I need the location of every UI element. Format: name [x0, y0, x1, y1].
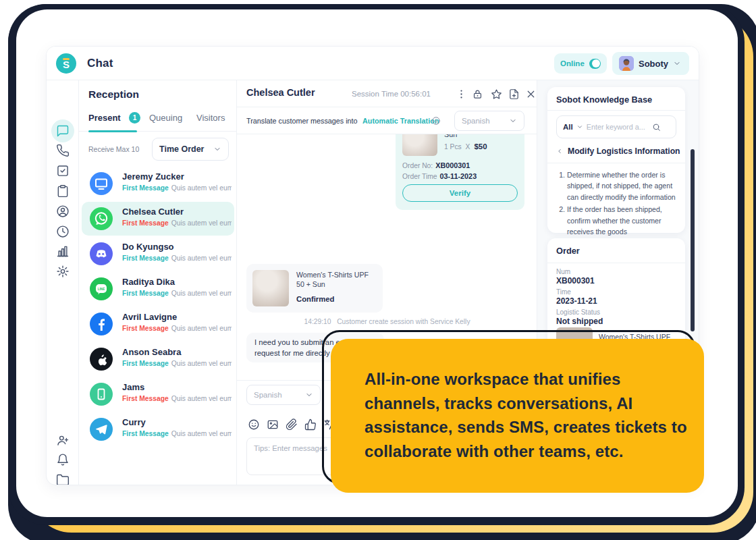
- invite-agent-nav-icon[interactable]: [56, 433, 70, 447]
- callout: All-in-one workspace that unifies channe…: [331, 339, 704, 493]
- tasks-nav-icon[interactable]: [56, 164, 70, 178]
- order-verification-card: Sun 1 Pcs X$50 Order No:XB000301 Order T…: [396, 134, 524, 210]
- sobot-logo-icon: S: [56, 53, 76, 74]
- message-preview: Quis autem vel eum iu...: [171, 219, 232, 227]
- kb-article-back[interactable]: Modify Logistics Information: [556, 146, 680, 156]
- composer-language-select[interactable]: Spanish: [246, 385, 321, 405]
- files-nav-icon[interactable]: [56, 473, 70, 485]
- phone-nav-icon[interactable]: [56, 144, 70, 157]
- sort-order-value: Time Order: [159, 144, 204, 154]
- contact-row-anson-seabra[interactable]: Anson Seabra First MessageQuis autem vel…: [82, 342, 234, 376]
- line-icon: LINE: [90, 277, 113, 300]
- callout-text: All-in-one workspace that unifies channe…: [364, 367, 687, 463]
- qty: 1 Pcs: [444, 143, 462, 151]
- online-toggle[interactable]: [589, 59, 601, 69]
- webchat-icon: [90, 172, 113, 195]
- system-time: 14:29:10: [304, 318, 331, 325]
- scrollbar[interactable]: [691, 149, 695, 331]
- create-ticket-icon[interactable]: [508, 88, 520, 100]
- avatar: [619, 56, 634, 71]
- message-preview: Quis autem vel eum iu...: [171, 325, 232, 332]
- star-icon[interactable]: [491, 88, 502, 100]
- contact-row-raditya-dika[interactable]: LINE Raditya Dika First MessageQuis aute…: [82, 272, 234, 306]
- kb-filter-select[interactable]: All: [563, 123, 573, 131]
- kb-article-steps: Determine whether the order is shipped, …: [558, 169, 678, 238]
- online-status-label: Online: [560, 59, 585, 68]
- close-icon[interactable]: [525, 88, 537, 100]
- message-preview: Quis autem vel eum iu...: [171, 395, 232, 402]
- info-icon[interactable]: [431, 116, 441, 126]
- nav-rail: [47, 80, 79, 485]
- product-message: Women's T-Shirts UPF 50 + Sun Confirmed: [246, 264, 383, 313]
- chevron-down-icon: [576, 124, 583, 130]
- divider: [547, 163, 685, 163]
- contact-name: Anson Seabra: [122, 347, 181, 357]
- first-message-tag: First Message: [122, 184, 169, 192]
- translate-bar: Translate customer messages into Automat…: [237, 107, 537, 134]
- page-title: Chat: [87, 57, 113, 70]
- translate-language-select[interactable]: Spanish: [454, 111, 524, 131]
- more-options-icon[interactable]: [456, 88, 467, 100]
- lock-icon[interactable]: [472, 88, 483, 100]
- telegram-icon: [90, 418, 113, 441]
- emoji-icon[interactable]: [248, 418, 260, 431]
- analytics-nav-icon[interactable]: [56, 244, 70, 258]
- order-num-label: Num: [556, 268, 570, 275]
- contact-row-chelsea-cutler[interactable]: Chelsea Cutler First MessageQuis autem v…: [82, 202, 234, 236]
- first-message-tag: First Message: [122, 430, 169, 437]
- reception-panel: Reception Present 1 Queuing Visitors Rec…: [79, 80, 237, 485]
- logistic-status-label: Logistic Status: [556, 308, 600, 316]
- facebook-icon: [90, 313, 113, 335]
- verify-button[interactable]: Verify: [402, 184, 518, 202]
- online-status-pill: Online: [554, 53, 607, 74]
- tab-queuing[interactable]: Queuing: [149, 113, 182, 123]
- translate-language-value: Spanish: [462, 117, 490, 125]
- image-icon[interactable]: [267, 418, 279, 431]
- contact-row-do-kyungso[interactable]: Do Kyungso First MessageQuis autem vel e…: [82, 237, 234, 271]
- contact-row-curry[interactable]: Curry First MessageQuis autem vel eum iu…: [82, 412, 234, 446]
- toggle-knob: [592, 59, 600, 68]
- whatsapp-icon: [90, 207, 113, 230]
- composer-language-value: Spanish: [254, 391, 282, 399]
- sort-order-select[interactable]: Time Order: [152, 138, 229, 161]
- apple-icon: [90, 348, 113, 371]
- notifications-nav-icon[interactable]: [56, 453, 70, 466]
- chat-nav-icon[interactable]: [56, 124, 70, 138]
- discord-icon: [90, 242, 113, 265]
- contact-row-jeremy-zucker[interactable]: Jeremy Zucker First MessageQuis autem ve…: [82, 167, 234, 200]
- contact-row-jams[interactable]: Jams First MessageQuis autem vel eum iu.…: [82, 377, 234, 411]
- order-time-label: Order Time: [402, 173, 437, 180]
- message-preview: Quis autem vel eum iu...: [171, 184, 232, 192]
- session-time: Session Time 00:56:01: [352, 90, 431, 98]
- svg-text:LINE: LINE: [98, 288, 105, 291]
- contact-name: Jams: [122, 382, 144, 392]
- chevron-down-icon: [673, 59, 681, 68]
- mobile-icon: [90, 383, 113, 406]
- chevron-down-icon: [509, 117, 517, 125]
- user-menu[interactable]: Soboty: [612, 52, 689, 75]
- ticket-nav-icon[interactable]: [56, 184, 70, 198]
- search-icon[interactable]: [652, 123, 661, 132]
- first-message-tag: First Message: [122, 290, 169, 297]
- tab-visitors[interactable]: Visitors: [196, 113, 225, 123]
- message-preview: Quis autem vel eum iu...: [171, 290, 232, 297]
- order-time: 03-11-2023: [440, 172, 477, 180]
- system-message: 14:29:10 Customer create session with Se…: [237, 318, 537, 325]
- contact-name: Avril Lavigne: [122, 312, 177, 322]
- translate-mode-link[interactable]: Automatic Translation: [362, 117, 439, 125]
- history-nav-icon[interactable]: [56, 225, 70, 238]
- present-count-badge: 1: [129, 112, 140, 124]
- agent-nav-icon[interactable]: [56, 205, 70, 218]
- chat-contact-name: Chelsea Cutler: [246, 87, 315, 98]
- knowledge-base-card: Sobot Knowledge Base All Modify Logistic…: [547, 87, 685, 233]
- contact-row-avril-lavigne[interactable]: Avril Lavigne First MessageQuis autem ve…: [82, 307, 234, 341]
- chevron-left-icon: [556, 148, 563, 155]
- settings-nav-icon[interactable]: [56, 265, 70, 278]
- times: X: [466, 143, 470, 151]
- kb-search-input[interactable]: [587, 123, 649, 131]
- order-time-label: Time: [556, 288, 571, 296]
- thumbs-up-icon[interactable]: [304, 418, 317, 431]
- receive-max-label: Receive Max 10: [88, 145, 139, 153]
- attachment-icon[interactable]: [286, 418, 298, 431]
- tab-present[interactable]: Present: [88, 113, 121, 123]
